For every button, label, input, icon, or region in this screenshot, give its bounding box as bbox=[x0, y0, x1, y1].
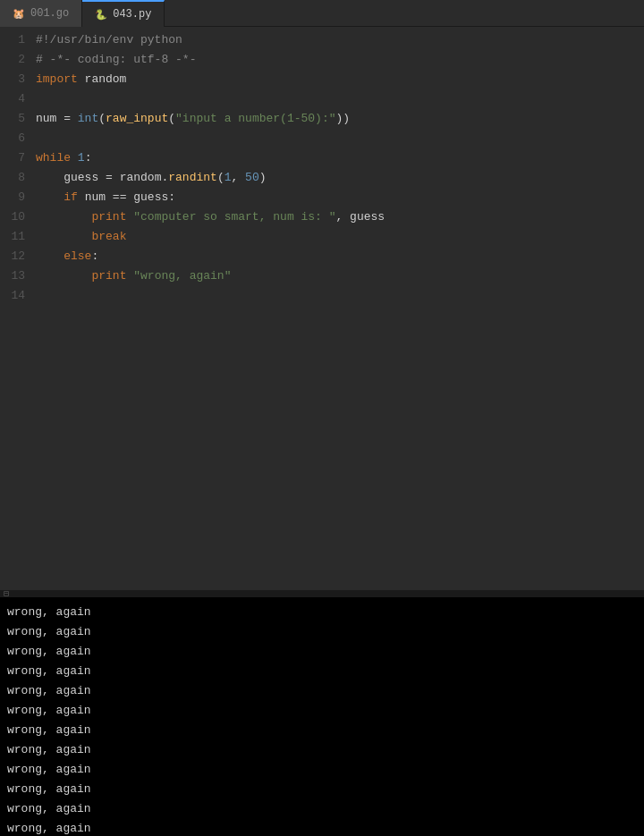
tab-001go[interactable]: 🐹 001.go bbox=[0, 0, 82, 27]
code-area: 1 2 3 4 5 6 7 8 9 10 11 12 13 14 #!/usr/… bbox=[0, 27, 644, 306]
code-line-5: num = int(raw_input("input a number(1-50… bbox=[36, 109, 644, 129]
terminal-line-4: wrong, again bbox=[7, 662, 637, 681]
code-line-6 bbox=[36, 129, 644, 148]
terminal-line-9: wrong, again bbox=[7, 760, 637, 780]
code-line-2: # -*- coding: utf-8 -*- bbox=[36, 50, 644, 70]
terminal-line-8: wrong, again bbox=[7, 740, 637, 760]
code-line-13: print "wrong, again" bbox=[36, 266, 644, 286]
code-line-10: print "computer so smart, num is: ", gue… bbox=[36, 207, 644, 227]
py-icon: 🐍 bbox=[95, 9, 107, 21]
tab-043py-label: 043.py bbox=[113, 8, 151, 21]
code-line-3: import random bbox=[36, 70, 644, 89]
tab-bar: 🐹 001.go 🐍 043.py bbox=[0, 0, 644, 27]
terminal-line-3: wrong, again bbox=[7, 642, 637, 662]
terminal-line-10: wrong, again bbox=[7, 780, 637, 799]
code-line-1: #!/usr/bin/env python bbox=[36, 30, 644, 50]
terminal-line-7: wrong, again bbox=[7, 721, 637, 740]
code-editor: 1 2 3 4 5 6 7 8 9 10 11 12 13 14 #!/usr/… bbox=[0, 27, 644, 590]
code-line-7: while 1: bbox=[36, 148, 644, 168]
go-icon: 🐹 bbox=[13, 8, 25, 20]
tab-001go-label: 001.go bbox=[30, 7, 69, 20]
panel-divider: ⊟ bbox=[0, 590, 644, 597]
code-line-8: guess = random.randint(1, 50) bbox=[36, 168, 644, 188]
terminal[interactable]: wrong, again wrong, again wrong, again w… bbox=[0, 597, 644, 836]
divider-icon: ⊟ bbox=[4, 588, 9, 599]
code-line-14 bbox=[36, 286, 644, 306]
code-line-9: if num == guess: bbox=[36, 188, 644, 207]
tab-043py[interactable]: 🐍 043.py bbox=[82, 0, 165, 27]
terminal-line-12: wrong, again bbox=[7, 819, 637, 836]
terminal-line-11: wrong, again bbox=[7, 799, 637, 819]
terminal-line-6: wrong, again bbox=[7, 701, 637, 721]
code-line-12: else: bbox=[36, 247, 644, 266]
terminal-line-1: wrong, again bbox=[7, 603, 637, 622]
code-line-11: break bbox=[36, 227, 644, 247]
code-content: #!/usr/bin/env python # -*- coding: utf-… bbox=[32, 30, 644, 306]
terminal-line-5: wrong, again bbox=[7, 681, 637, 701]
line-numbers: 1 2 3 4 5 6 7 8 9 10 11 12 13 14 bbox=[0, 30, 32, 306]
terminal-line-2: wrong, again bbox=[7, 622, 637, 642]
code-line-4 bbox=[36, 89, 644, 109]
